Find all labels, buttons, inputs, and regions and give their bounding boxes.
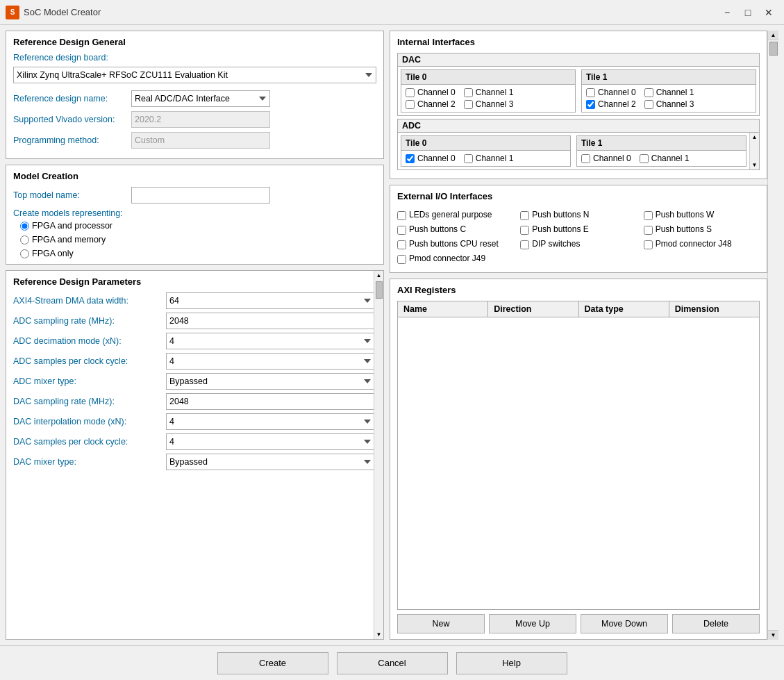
axi-col-datatype: Data type <box>579 301 669 317</box>
top-model-input[interactable]: mySoCModel.slx <box>131 187 270 204</box>
adc-section: ADC Tile 0 Channel 0 <box>397 119 760 170</box>
params-select-7[interactable]: 4 <box>166 433 375 450</box>
dac-tile1-ch1: Channel 1 <box>644 88 694 97</box>
axi-buttons: New Move Up Move Down Delete <box>397 614 760 633</box>
dac-tile1-ch0: Channel 0 <box>586 88 636 97</box>
params-scrollbar[interactable]: ▲ ▼ <box>374 271 383 639</box>
dac-tile1-ch3-check[interactable] <box>644 100 653 109</box>
params-select-4[interactable]: Bypassed <box>166 373 375 390</box>
io-pb-w: Push buttons W <box>644 210 760 220</box>
minimize-button[interactable]: − <box>717 4 737 21</box>
io-pb-cpu: Push buttons CPU reset <box>397 239 513 249</box>
name-select[interactable]: Real ADC/DAC Interface <box>131 90 270 107</box>
axi-move-down-button[interactable]: Move Down <box>581 614 668 633</box>
right-scroll-up[interactable]: ▲ <box>768 31 778 40</box>
io-pb-e-check[interactable] <box>520 226 529 235</box>
adc-tile0-channels: Channel 0 Channel 1 <box>401 151 570 166</box>
dac-tile1-ch1-check[interactable] <box>644 88 653 97</box>
adc-tile0-ch1-check[interactable] <box>464 154 473 163</box>
io-pb-c-label: Push buttons C <box>409 224 466 234</box>
io-dip-check[interactable] <box>520 240 529 249</box>
fpga-mem-radio[interactable] <box>20 235 29 244</box>
vivado-row: Supported Vivado version: 2020.2 <box>13 111 376 128</box>
params-select-8[interactable]: Bypassed <box>166 454 375 470</box>
adc-tile1-ch0: Channel 0 <box>581 154 631 163</box>
adc-scrollbar[interactable]: ▲ ▼ <box>749 133 759 169</box>
params-select-0[interactable]: 64 <box>166 292 375 309</box>
params-input-1[interactable] <box>166 313 375 329</box>
dac-tile0-ch2-check[interactable] <box>406 100 415 109</box>
vivado-select[interactable]: 2020.2 <box>131 111 270 128</box>
dac-tile1-ch2-check[interactable] <box>586 100 595 109</box>
adc-tile1-ch0-check[interactable] <box>581 154 590 163</box>
adc-tile0-row0: Channel 0 Channel 1 <box>406 154 566 163</box>
io-pb-w-check[interactable] <box>644 211 653 220</box>
params-ctrl-0: 64 <box>166 292 375 309</box>
fpga-only-label: FPGA only <box>32 249 74 258</box>
dac-tiles-row: Tile 0 Channel 0 <box>398 67 759 115</box>
io-pmod-j49-check[interactable] <box>397 255 406 264</box>
params-scroll-up[interactable]: ▲ <box>376 272 382 279</box>
adc-tile1-ch1-check[interactable] <box>640 154 649 163</box>
io-pb-e: Push buttons E <box>520 224 636 235</box>
axi-registers-section: AXI Registers Name Direction Data type D… <box>390 279 767 640</box>
axi-delete-button[interactable]: Delete <box>672 614 760 633</box>
fpga-proc-row: FPGA and processor <box>20 221 376 231</box>
io-leds: LEDs general purpose <box>397 210 513 220</box>
params-label-0: AXI4-Stream DMA data width: <box>13 296 166 306</box>
dac-tile0-ch3-check[interactable] <box>464 100 473 109</box>
fpga-only-radio[interactable] <box>20 249 29 258</box>
params-select-2[interactable]: 4 <box>166 333 375 349</box>
dac-tile1-ch0-check[interactable] <box>586 88 595 97</box>
dac-tile0-ch0-check[interactable] <box>406 88 415 97</box>
adc-tile0-ch0: Channel 0 <box>406 154 456 163</box>
axi-move-up-button[interactable]: Move Up <box>489 614 576 633</box>
reference-design-title: Reference Design General <box>13 37 376 47</box>
params-ctrl-4: Bypassed <box>166 373 375 390</box>
fpga-mem-label: FPGA and memory <box>32 235 106 244</box>
params-ctrl-2: 4 <box>166 333 375 349</box>
io-pmod-j48: Pmod connector J48 <box>644 239 760 249</box>
app-icon: S <box>6 6 19 19</box>
params-row-7: DAC samples per clock cycle:4 <box>13 433 375 450</box>
io-pmod-j48-check[interactable] <box>644 240 653 249</box>
right-panel-scrollbar[interactable]: ▲ ▼ <box>767 31 778 640</box>
params-scroll-thumb[interactable] <box>376 281 383 299</box>
right-scroll-down[interactable]: ▼ <box>768 630 778 640</box>
params-label-3: ADC samples per clock cycle: <box>13 356 166 366</box>
cancel-button[interactable]: Cancel <box>337 652 448 674</box>
fpga-proc-radio[interactable] <box>20 222 29 231</box>
io-pb-n-check[interactable] <box>520 211 529 220</box>
io-grid: LEDs general purpose Push buttons N Push… <box>397 207 760 267</box>
adc-tile0: Tile 0 Channel 0 <box>401 135 571 167</box>
dac-tile1-ch2: Channel 2 <box>586 99 636 109</box>
params-row-4: ADC mixer type:Bypassed <box>13 373 375 390</box>
maximize-button[interactable]: □ <box>738 4 758 21</box>
io-pb-c-check[interactable] <box>397 226 406 235</box>
dac-tile0-ch1-check[interactable] <box>464 88 473 97</box>
io-pb-s-check[interactable] <box>644 226 653 235</box>
board-select[interactable]: Xilinx Zynq UltraScale+ RFSoC ZCU111 Eva… <box>13 67 376 83</box>
board-label: Reference design board: <box>13 53 131 63</box>
programming-select[interactable]: Custom <box>131 132 270 149</box>
top-model-row: Top model name: mySoCModel.slx <box>13 187 376 204</box>
axi-new-button[interactable]: New <box>397 614 485 633</box>
close-button[interactable]: ✕ <box>759 4 778 21</box>
io-pb-cpu-check[interactable] <box>397 240 406 249</box>
adc-tile0-ch0-check[interactable] <box>406 154 415 163</box>
right-scroll-thumb[interactable] <box>769 42 778 56</box>
params-scroll-down[interactable]: ▼ <box>376 631 382 638</box>
params-ctrl-8: Bypassed <box>166 454 375 470</box>
adc-tile1-ch0-label: Channel 0 <box>593 154 631 163</box>
params-select-6[interactable]: 4 <box>166 413 375 430</box>
io-leds-check[interactable] <box>397 211 406 220</box>
params-input-5[interactable] <box>166 393 375 410</box>
help-button[interactable]: Help <box>456 652 567 674</box>
params-select-3[interactable]: 4 <box>166 353 375 370</box>
dac-tile0-ch1-label: Channel 1 <box>476 88 514 97</box>
create-button[interactable]: Create <box>217 652 328 674</box>
adc-scroll-down[interactable]: ▼ <box>752 162 758 168</box>
params-label-7: DAC samples per clock cycle: <box>13 437 166 447</box>
adc-scroll-up[interactable]: ▲ <box>752 134 758 140</box>
adc-tile1: Tile 1 Channel 0 <box>576 135 747 167</box>
